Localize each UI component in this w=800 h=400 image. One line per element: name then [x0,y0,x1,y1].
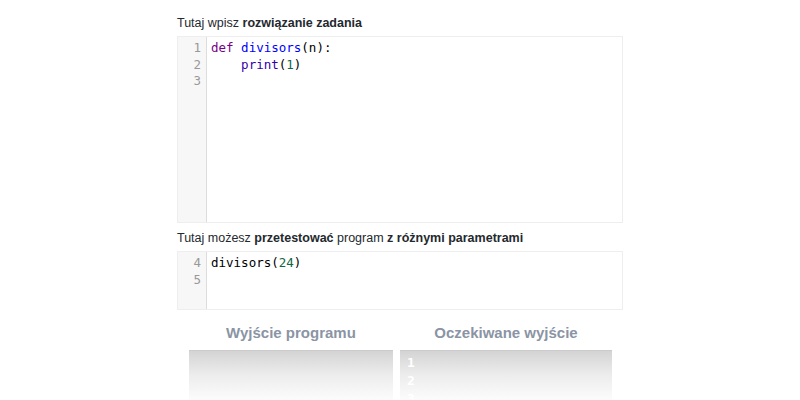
expected-output-panel: 123 [400,350,612,400]
solution-code-editor[interactable]: 123 def divisors(n): print(1) [177,36,623,223]
code-line [211,272,622,289]
solution-editor-gutter: 123 [178,37,207,222]
solution-label: Tutaj wpisz rozwiązanie zadania [177,16,623,31]
line-number: 3 [178,73,201,90]
results-headers: Wyjście programu Oczekiwane wyjście [189,324,612,342]
line-number: 2 [178,57,201,74]
program-output-panel [189,350,393,400]
results-panels: 123 [189,350,612,400]
test-editor-gutter: 45 [178,252,207,309]
line-number: 1 [178,40,201,57]
output-line: 1 [407,354,612,372]
line-number: 5 [178,272,201,289]
exercise-page: Tutaj wpisz rozwiązanie zadania 123 def … [0,0,800,400]
code-line: print(1) [211,57,622,74]
output-line: 2 [407,372,612,390]
code-line: def divisors(n): [211,40,622,57]
content-column: Tutaj wpisz rozwiązanie zadania 123 def … [177,0,623,400]
test-label: Tutaj możesz przetestować program z różn… [177,231,623,246]
code-line: divisors(24) [211,255,622,272]
program-output-header: Wyjście programu [189,324,393,342]
solution-editor-code[interactable]: def divisors(n): print(1) [207,37,622,222]
expected-output-header: Oczekiwane wyjście [400,324,612,342]
results-section: Wyjście programu Oczekiwane wyjście 123 [189,324,612,400]
code-line [211,73,622,90]
test-editor-code[interactable]: divisors(24) [207,252,622,309]
test-code-editor[interactable]: 45 divisors(24) [177,251,623,310]
line-number: 4 [178,255,201,272]
output-line: 3 [407,390,612,400]
